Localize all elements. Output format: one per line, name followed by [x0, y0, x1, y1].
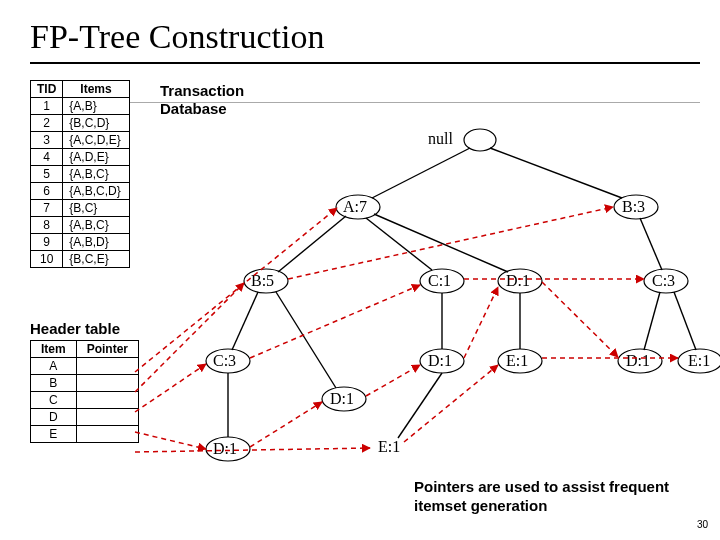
node-D1a: D:1 [506, 272, 530, 290]
table-row: 7{B,C} [31, 200, 130, 217]
node-E1a: E:1 [506, 352, 528, 370]
svg-line-20 [232, 292, 258, 350]
svg-line-25 [674, 292, 696, 350]
node-A7: A:7 [343, 198, 367, 216]
node-B3: B:3 [622, 198, 645, 216]
svg-line-27 [398, 373, 442, 438]
sub-rule [30, 102, 700, 103]
node-C3b: C:3 [213, 352, 236, 370]
node-C3a: C:3 [652, 272, 675, 290]
svg-line-16 [278, 216, 346, 272]
db-col-tid: TID [31, 81, 63, 98]
svg-line-19 [640, 218, 662, 270]
table-row: B [31, 375, 139, 392]
page-number: 30 [697, 519, 708, 530]
table-row: D [31, 409, 139, 426]
table-row: C [31, 392, 139, 409]
transaction-db-label: TransactionDatabase [160, 82, 244, 118]
table-row: 1{A,B} [31, 98, 130, 115]
slide-title: FP-Tree Construction [30, 18, 324, 56]
header-table-label: Header table [30, 320, 120, 337]
node-D1c: D:1 [428, 352, 452, 370]
table-row: 2{B,C,D} [31, 115, 130, 132]
caption-text: Pointers are used to assist frequent ite… [414, 478, 714, 516]
node-E1c: E:1 [378, 438, 400, 456]
svg-line-24 [644, 292, 660, 350]
db-col-items: Items [63, 81, 129, 98]
svg-line-17 [366, 218, 432, 270]
ht-col-item: Item [31, 341, 77, 358]
node-D1e: D:1 [213, 440, 237, 458]
node-D1d: D:1 [626, 352, 650, 370]
ht-col-pointer: Pointer [76, 341, 138, 358]
table-row: A [31, 358, 139, 375]
title-rule [30, 62, 700, 64]
table-row: 9{A,B,D} [31, 234, 130, 251]
node-B5: B:5 [251, 272, 274, 290]
svg-line-21 [276, 292, 336, 388]
table-row: 5{A,B,C} [31, 166, 130, 183]
node-null: null [428, 130, 453, 148]
svg-line-18 [374, 214, 508, 272]
table-row: 6{A,B,C,D} [31, 183, 130, 200]
table-row: 3{A,C,D,E} [31, 132, 130, 149]
table-row: 8{A,B,C} [31, 217, 130, 234]
svg-line-14 [372, 148, 470, 198]
transaction-db-table: TID Items 1{A,B}2{B,C,D}3{A,C,D,E}4{A,D,… [30, 80, 130, 268]
header-table: Item Pointer ABCDE [30, 340, 139, 443]
node-C1: C:1 [428, 272, 451, 290]
node-E1b: E:1 [688, 352, 710, 370]
svg-point-0 [464, 129, 496, 151]
table-row: E [31, 426, 139, 443]
table-row: 4{A,D,E} [31, 149, 130, 166]
table-row: 10{B,C,E} [31, 251, 130, 268]
node-D1b: D:1 [330, 390, 354, 408]
svg-line-15 [490, 148, 622, 198]
